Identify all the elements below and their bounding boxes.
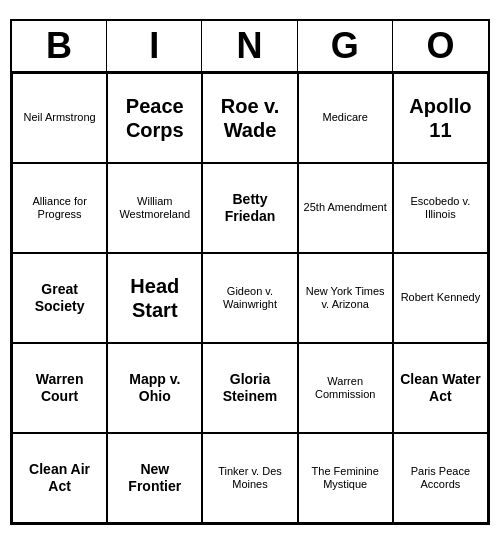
cell-text-0: Neil Armstrong	[24, 111, 96, 124]
bingo-cell-14: Robert Kennedy	[393, 253, 488, 343]
bingo-cell-17: Gloria Steinem	[202, 343, 297, 433]
bingo-cell-7: Betty Friedan	[202, 163, 297, 253]
cell-text-7: Betty Friedan	[207, 191, 292, 225]
cell-text-9: Escobedo v. Illinois	[398, 195, 483, 221]
bingo-cell-19: Clean Water Act	[393, 343, 488, 433]
cell-text-4: Apollo 11	[398, 94, 483, 142]
cell-text-1: Peace Corps	[112, 94, 197, 142]
cell-text-6: William Westmoreland	[112, 195, 197, 221]
bingo-cell-15: Warren Court	[12, 343, 107, 433]
bingo-cell-12: Gideon v. Wainwright	[202, 253, 297, 343]
cell-text-10: Great Society	[17, 281, 102, 315]
bingo-cell-13: New York Times v. Arizona	[298, 253, 393, 343]
bingo-cell-10: Great Society	[12, 253, 107, 343]
bingo-cell-4: Apollo 11	[393, 73, 488, 163]
bingo-cell-24: Paris Peace Accords	[393, 433, 488, 523]
bingo-cell-5: Alliance for Progress	[12, 163, 107, 253]
bingo-card: BINGO Neil ArmstrongPeace CorpsRoe v. Wa…	[10, 19, 490, 525]
header-letter-g: G	[298, 21, 393, 71]
cell-text-8: 25th Amendment	[304, 201, 387, 214]
cell-text-13: New York Times v. Arizona	[303, 285, 388, 311]
cell-text-22: Tinker v. Des Moines	[207, 465, 292, 491]
cell-text-3: Medicare	[323, 111, 368, 124]
bingo-cell-22: Tinker v. Des Moines	[202, 433, 297, 523]
cell-text-23: The Feminine Mystique	[303, 465, 388, 491]
bingo-cell-0: Neil Armstrong	[12, 73, 107, 163]
cell-text-15: Warren Court	[17, 371, 102, 405]
bingo-grid: Neil ArmstrongPeace CorpsRoe v. WadeMedi…	[12, 73, 488, 523]
cell-text-21: New Frontier	[112, 461, 197, 495]
bingo-cell-2: Roe v. Wade	[202, 73, 297, 163]
cell-text-17: Gloria Steinem	[207, 371, 292, 405]
bingo-cell-3: Medicare	[298, 73, 393, 163]
cell-text-24: Paris Peace Accords	[398, 465, 483, 491]
bingo-header: BINGO	[12, 21, 488, 73]
bingo-cell-16: Mapp v. Ohio	[107, 343, 202, 433]
bingo-cell-20: Clean Air Act	[12, 433, 107, 523]
cell-text-18: Warren Commission	[303, 375, 388, 401]
header-letter-n: N	[202, 21, 297, 71]
header-letter-o: O	[393, 21, 488, 71]
cell-text-16: Mapp v. Ohio	[112, 371, 197, 405]
bingo-cell-1: Peace Corps	[107, 73, 202, 163]
bingo-cell-8: 25th Amendment	[298, 163, 393, 253]
bingo-cell-18: Warren Commission	[298, 343, 393, 433]
cell-text-2: Roe v. Wade	[207, 94, 292, 142]
header-letter-b: B	[12, 21, 107, 71]
bingo-cell-21: New Frontier	[107, 433, 202, 523]
cell-text-5: Alliance for Progress	[17, 195, 102, 221]
cell-text-12: Gideon v. Wainwright	[207, 285, 292, 311]
cell-text-20: Clean Air Act	[17, 461, 102, 495]
bingo-cell-9: Escobedo v. Illinois	[393, 163, 488, 253]
cell-text-14: Robert Kennedy	[401, 291, 481, 304]
header-letter-i: I	[107, 21, 202, 71]
bingo-cell-11: Head Start	[107, 253, 202, 343]
bingo-cell-23: The Feminine Mystique	[298, 433, 393, 523]
bingo-cell-6: William Westmoreland	[107, 163, 202, 253]
cell-text-11: Head Start	[112, 274, 197, 322]
cell-text-19: Clean Water Act	[398, 371, 483, 405]
